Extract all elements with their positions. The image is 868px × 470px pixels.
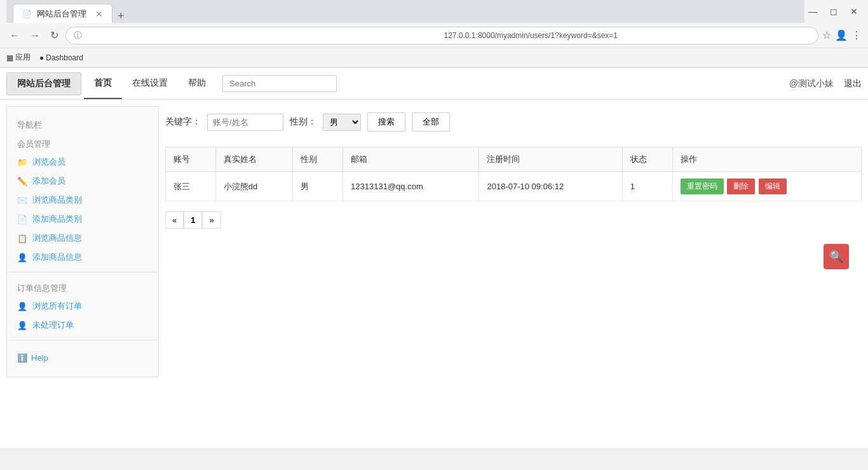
prev-page-button[interactable]: « bbox=[165, 211, 184, 229]
nav-tabs: 首页 在线设置 帮助 bbox=[84, 69, 216, 99]
restore-btn[interactable]: ◻ bbox=[826, 5, 841, 18]
table-row: 张三 小浣熊dd 男 12313131@qq.com 2018-07-10 09… bbox=[166, 172, 862, 201]
floating-search-button[interactable]: 🔍 bbox=[824, 244, 849, 269]
person2-icon: 👤 bbox=[17, 302, 27, 311]
cell-real-name: 小浣熊dd bbox=[215, 172, 292, 201]
keyword-label: 关键字： bbox=[165, 116, 201, 128]
cell-gender: 男 bbox=[293, 172, 343, 201]
sidebar-item-browse-orders[interactable]: 👤 浏览所有订单 bbox=[7, 297, 158, 316]
users-table: 账号 真实姓名 性别 邮箱 注册时间 状态 操作 张三 小浣熊dd 男 1231 bbox=[165, 147, 862, 201]
sidebar-item-browse-members[interactable]: 📁 浏览会员 bbox=[7, 152, 158, 171]
sidebar-item-browse-product-categories[interactable]: ✉️ 浏览商品类别 bbox=[7, 191, 158, 210]
tab-title: 网站后台管理 bbox=[37, 8, 86, 20]
brand-title: 网站后台管理 bbox=[6, 72, 81, 95]
search-icon: 🔍 bbox=[829, 250, 843, 264]
person-icon: 👤 bbox=[17, 253, 27, 262]
bookmark-dashboard[interactable]: ● Dashboard bbox=[39, 53, 83, 62]
next-page-button[interactable]: » bbox=[202, 211, 220, 229]
col-real-name: 真实姓名 bbox=[215, 147, 292, 172]
col-actions: 操作 bbox=[672, 147, 861, 172]
person3-icon: 👤 bbox=[17, 321, 27, 330]
sidebar-item-add-member[interactable]: ✏️ 添加会员 bbox=[7, 171, 158, 191]
top-navigation: 网站后台管理 首页 在线设置 帮助 @测试小妹 退出 bbox=[0, 68, 868, 100]
refresh-button[interactable]: ↻ bbox=[47, 28, 62, 43]
order-management-section: 订单信息管理 👤 浏览所有订单 👤 未处理订单 bbox=[7, 278, 158, 335]
apps-icon: ▦ bbox=[6, 53, 13, 62]
logout-button[interactable]: 退出 bbox=[844, 78, 862, 90]
search-button[interactable]: 搜索 bbox=[367, 112, 405, 131]
current-page-button[interactable]: 1 bbox=[184, 211, 202, 229]
filter-row: 关键字： 性别： 男 女 全部 搜索 全部 bbox=[165, 106, 862, 138]
info-icon: ℹ️ bbox=[17, 353, 27, 363]
dashboard-icon: ● bbox=[39, 53, 44, 62]
col-email: 邮箱 bbox=[343, 147, 479, 172]
all-button[interactable]: 全部 bbox=[412, 112, 450, 131]
tab-close-btn[interactable]: ✕ bbox=[95, 9, 103, 19]
col-status: 状态 bbox=[622, 147, 672, 172]
tab-home[interactable]: 首页 bbox=[84, 69, 122, 99]
sidebar-item-pending-orders[interactable]: 👤 未处理订单 bbox=[7, 316, 158, 335]
folder-icon: 📁 bbox=[17, 158, 27, 167]
section2-title: 订单信息管理 bbox=[7, 278, 158, 297]
bookmark-apps[interactable]: ▦ 应用 bbox=[6, 52, 31, 63]
col-gender: 性别 bbox=[293, 147, 343, 172]
cell-email: 12313131@qq.com bbox=[343, 172, 479, 201]
cell-status: 1 bbox=[622, 172, 672, 201]
list-icon: 📋 bbox=[17, 234, 27, 243]
back-button[interactable]: ← bbox=[6, 29, 23, 43]
page-icon: 📄 bbox=[22, 10, 32, 18]
menu-icon[interactable]: ⋮ bbox=[851, 29, 862, 41]
tab-online-settings[interactable]: 在线设置 bbox=[122, 69, 178, 99]
reset-password-button[interactable]: 重置密码 bbox=[681, 178, 724, 194]
section1-title: 会员管理 bbox=[7, 133, 158, 152]
sidebar-item-add-product-category[interactable]: 📄 添加商品类别 bbox=[7, 210, 158, 229]
gender-label: 性别： bbox=[290, 116, 316, 128]
account-icon[interactable]: 👤 bbox=[835, 29, 848, 41]
browser-tab[interactable]: 📄 网站后台管理 ✕ bbox=[13, 4, 112, 23]
nav-title: 导航栏 bbox=[7, 114, 158, 133]
gender-select[interactable]: 男 女 全部 bbox=[323, 114, 361, 131]
sidebar-item-add-product[interactable]: 👤 添加商品信息 bbox=[7, 248, 158, 267]
member-management-section: 会员管理 📁 浏览会员 ✏️ 添加会员 ✉️ 浏览商品类别 📄 添加商品类别 bbox=[7, 133, 158, 267]
top-nav-right: @测试小妹 退出 bbox=[789, 78, 862, 90]
tab-help[interactable]: 帮助 bbox=[178, 69, 216, 99]
sidebar: 导航栏 会员管理 📁 浏览会员 ✏️ 添加会员 ✉️ 浏览商品类别 📄 添加商品 bbox=[6, 106, 159, 377]
help-link[interactable]: ℹ️ Help bbox=[7, 347, 158, 369]
address-bar[interactable]: ⓘ 127.0.0.1:8000/myadmin/users/1?keyword… bbox=[65, 27, 818, 44]
delete-button[interactable]: 删除 bbox=[727, 178, 755, 194]
file-icon: 📄 bbox=[17, 215, 27, 224]
url-text: 127.0.0.1:8000/myadmin/users/1?keyword=&… bbox=[444, 31, 811, 40]
pagination: « 1 » bbox=[165, 211, 862, 229]
minimize-btn[interactable]: — bbox=[804, 5, 821, 18]
cell-reg-time: 2018-07-10 09:06:12 bbox=[479, 172, 622, 201]
sidebar-item-browse-products[interactable]: 📋 浏览商品信息 bbox=[7, 229, 158, 248]
col-account: 账号 bbox=[166, 147, 216, 172]
user-label: @测试小妹 bbox=[789, 78, 834, 90]
col-reg-time: 注册时间 bbox=[479, 147, 622, 172]
edit-icon: ✏️ bbox=[17, 177, 27, 186]
cell-actions: 重置密码 删除 编辑 bbox=[672, 172, 861, 201]
mail-icon: ✉️ bbox=[17, 196, 27, 205]
bookmark-star-icon[interactable]: ☆ bbox=[822, 29, 831, 41]
new-tab-button[interactable]: + bbox=[112, 10, 130, 23]
keyword-input[interactable] bbox=[207, 114, 283, 131]
search-input[interactable] bbox=[222, 75, 337, 92]
edit-button[interactable]: 编辑 bbox=[759, 178, 787, 194]
close-btn[interactable]: ✕ bbox=[846, 5, 862, 18]
forward-button[interactable]: → bbox=[27, 29, 43, 43]
content-area: 关键字： 性别： 男 女 全部 搜索 全部 账号 真实姓名 性别 bbox=[165, 106, 862, 377]
cell-account: 张三 bbox=[166, 172, 216, 201]
